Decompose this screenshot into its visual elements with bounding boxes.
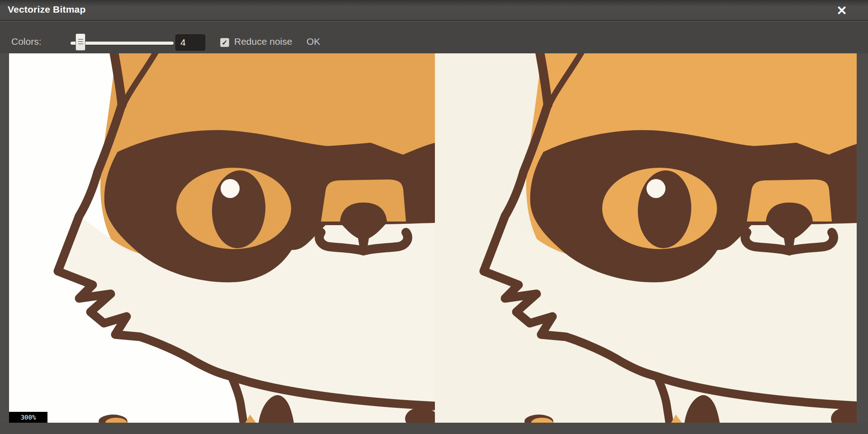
fox-bitmap-image	[9, 53, 435, 423]
bottom-bar	[0, 423, 868, 434]
reduce-noise-label[interactable]: Reduce noise	[234, 36, 292, 47]
preview-original-panel[interactable]: 300%	[9, 53, 435, 423]
vectorize-bitmap-dialog: Vectorize Bitmap ✕ Colors: 4 ✓ Reduce no…	[0, 0, 868, 434]
colors-value-input[interactable]: 4	[175, 34, 205, 51]
fox-vector-image	[435, 53, 857, 423]
slider-grip-icon	[78, 39, 83, 45]
colors-label: Colors:	[11, 36, 42, 47]
preview-vectorized-panel[interactable]	[435, 53, 857, 423]
colors-slider-handle[interactable]	[75, 33, 85, 51]
colors-slider-track[interactable]	[71, 42, 174, 45]
ok-button[interactable]: OK	[307, 36, 320, 47]
dialog-title: Vectorize Bitmap	[8, 4, 85, 15]
zoom-level-badge: 300%	[9, 412, 47, 423]
close-icon[interactable]: ✕	[833, 1, 851, 19]
toolbar: Colors: 4 ✓ Reduce noise OK	[0, 22, 868, 53]
title-bar: Vectorize Bitmap ✕	[0, 0, 868, 21]
reduce-noise-checkbox[interactable]: ✓	[220, 38, 229, 47]
